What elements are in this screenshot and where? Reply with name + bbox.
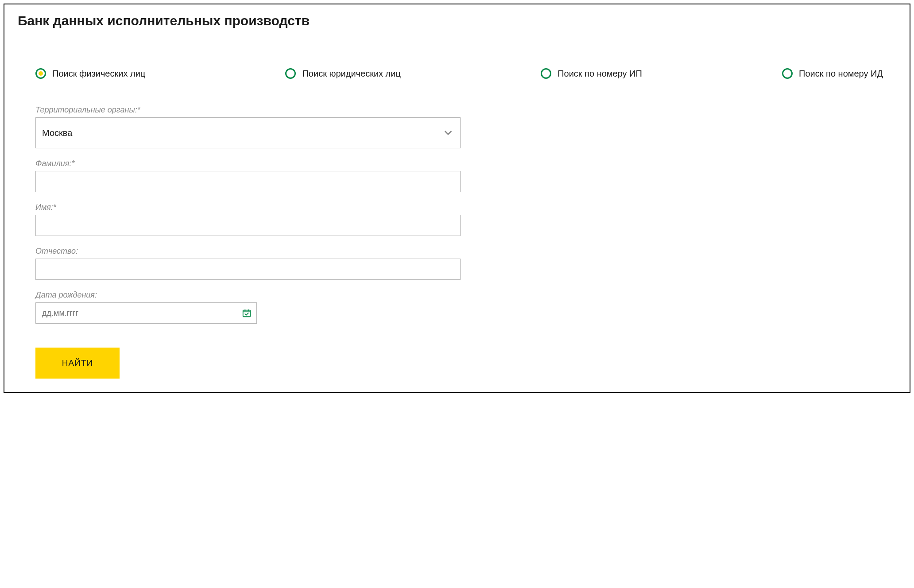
calendar-icon[interactable]	[242, 308, 252, 318]
birthdate-input[interactable]	[35, 302, 257, 324]
territory-select[interactable]: Москва	[35, 117, 461, 148]
radio-search-ip-number[interactable]: Поиск по номеру ИП	[541, 68, 642, 79]
radio-icon	[541, 68, 551, 79]
birthdate-label: Дата рождения:	[35, 290, 879, 300]
search-button[interactable]: НАЙТИ	[35, 348, 120, 379]
radio-icon	[285, 68, 296, 79]
patronymic-label: Отчество:	[35, 247, 879, 256]
svg-rect-0	[243, 310, 251, 317]
name-input[interactable]	[35, 215, 461, 236]
radio-search-individuals[interactable]: Поиск физических лиц	[35, 68, 145, 79]
search-form-window: Банк данных исполнительных производств П…	[4, 4, 910, 393]
radio-search-legal-entities[interactable]: Поиск юридических лиц	[285, 68, 400, 79]
territory-value: Москва	[42, 128, 72, 138]
radio-icon	[782, 68, 793, 79]
radio-label: Поиск юридических лиц	[302, 69, 400, 79]
radio-label: Поиск физических лиц	[52, 69, 145, 79]
field-patronymic: Отчество:	[35, 247, 879, 280]
field-name: Имя:*	[35, 203, 879, 236]
field-birthdate: Дата рождения:	[35, 290, 879, 324]
surname-input[interactable]	[35, 171, 461, 192]
field-surname: Фамилия:*	[35, 159, 879, 192]
chevron-down-icon	[442, 127, 454, 139]
form-fields: Территориальные органы:* Москва Фамилия:…	[18, 105, 896, 379]
field-territory: Территориальные органы:* Москва	[35, 105, 879, 148]
radio-search-id-number[interactable]: Поиск по номеру ИД	[782, 68, 883, 79]
radio-label: Поиск по номеру ИП	[558, 69, 642, 79]
territory-label: Территориальные органы:*	[35, 105, 879, 115]
page-title: Банк данных исполнительных производств	[18, 13, 896, 28]
patronymic-input[interactable]	[35, 259, 461, 280]
search-type-radio-group: Поиск физических лиц Поиск юридических л…	[18, 68, 896, 79]
radio-label: Поиск по номеру ИД	[799, 69, 883, 79]
surname-label: Фамилия:*	[35, 159, 879, 168]
radio-icon	[35, 68, 46, 79]
name-label: Имя:*	[35, 203, 879, 212]
